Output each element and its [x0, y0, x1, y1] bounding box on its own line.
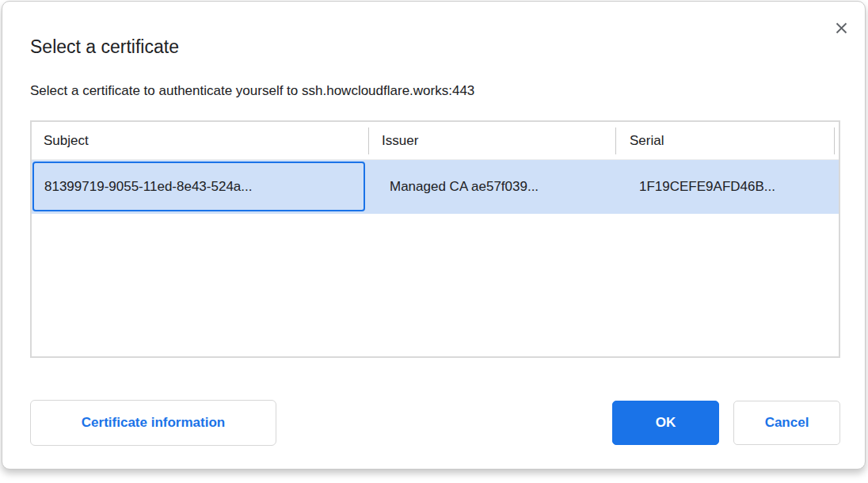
column-divider: [834, 127, 835, 154]
column-header-subject[interactable]: Subject: [44, 122, 89, 160]
column-divider: [368, 127, 369, 154]
column-header-issuer[interactable]: Issuer: [382, 122, 418, 160]
column-header-serial[interactable]: Serial: [630, 122, 664, 160]
close-icon: [834, 21, 849, 36]
table-header: Subject Issuer Serial: [32, 122, 839, 160]
close-button[interactable]: [831, 17, 851, 38]
cancel-button[interactable]: Cancel: [733, 401, 840, 445]
subject-cell-focus-ring[interactable]: 81399719-9055-11ed-8e43-524a...: [32, 162, 365, 211]
screen: Select a certificate Select a certificat…: [0, 0, 868, 483]
cell-issuer: Managed CA ae57f039...: [390, 160, 539, 214]
certificate-select-dialog: Select a certificate Select a certificat…: [2, 1, 866, 470]
cell-serial: 1F19CEFE9AFD46B...: [639, 160, 775, 214]
certificate-information-button[interactable]: Certificate information: [30, 400, 276, 446]
certificate-row-selected[interactable]: 81399719-9055-11ed-8e43-524a... Managed …: [32, 160, 839, 214]
ok-button[interactable]: OK: [612, 401, 719, 445]
dialog-title: Select a certificate: [30, 36, 179, 58]
column-divider: [615, 127, 616, 154]
dialog-subtitle: Select a certificate to authenticate you…: [30, 83, 474, 99]
certificate-table: Subject Issuer Serial 81399719-9055-11ed…: [30, 120, 840, 358]
cell-subject: 81399719-9055-11ed-8e43-524a...: [44, 163, 252, 210]
